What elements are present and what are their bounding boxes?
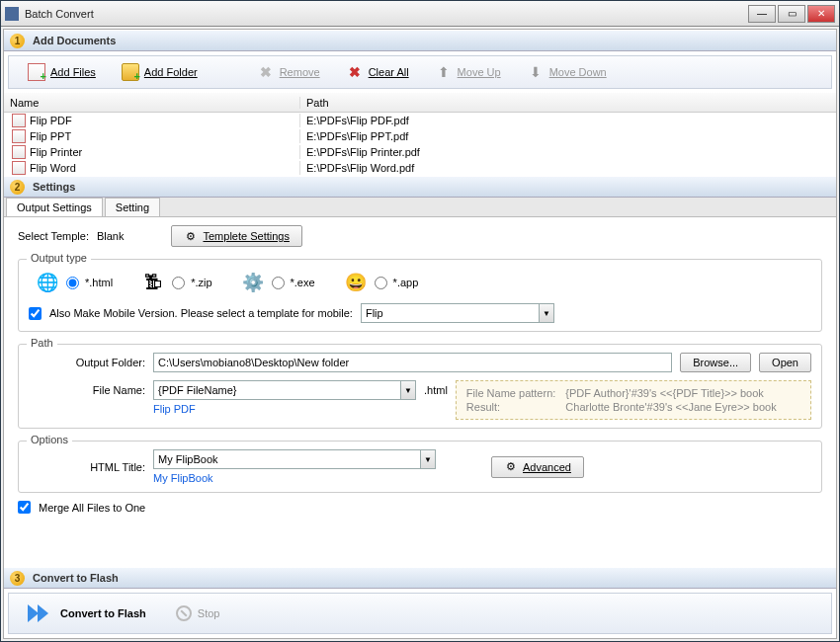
chevron-down-icon[interactable]: ▼ <box>400 380 416 400</box>
options-legend: Options <box>27 434 72 445</box>
select-temple-value: Blank <box>97 230 125 242</box>
tab-output-settings[interactable]: Output Settings <box>6 198 103 216</box>
table-row[interactable]: Flip PDFE:\PDFs\Flip PDF.pdf <box>4 113 836 128</box>
file-name-label: File Name: <box>29 384 145 396</box>
path-legend: Path <box>27 337 57 349</box>
pattern-label: File Name pattern: <box>466 387 555 399</box>
arrow-up-icon: ⬆ <box>435 63 453 81</box>
file-table-header: Name Path <box>4 93 836 113</box>
chevron-down-icon[interactable]: ▼ <box>420 449 436 469</box>
section-convert-title: Convert to Flash <box>33 572 119 584</box>
file-name: Flip Word <box>30 162 76 174</box>
file-path: E:\PDFs\Flip Printer.pdf <box>300 146 836 158</box>
step-badge-2: 2 <box>10 180 25 195</box>
section-add-documents-title: Add Documents <box>33 35 116 46</box>
section-settings-header: 2 Settings <box>4 176 836 198</box>
step-badge-1: 1 <box>10 34 25 48</box>
file-name: Flip PDF <box>30 115 72 126</box>
file-path: E:\PDFs\Flip PPT.pdf <box>300 130 836 142</box>
settings-tabs: Output Settings Setting <box>4 198 836 217</box>
browse-button[interactable]: Browse... <box>680 353 751 372</box>
output-zip-label: *.zip <box>191 277 211 288</box>
output-type-options: 🌐 *.html 🗜 *.zip ⚙️ *.exe <box>29 268 811 297</box>
templete-settings-button[interactable]: ⚙ Templete Settings <box>171 225 301 247</box>
file-icon <box>12 114 26 127</box>
file-name-hint: Flip PDF <box>153 403 196 415</box>
section-settings-title: Settings <box>33 181 75 193</box>
tab-setting[interactable]: Setting <box>105 198 160 216</box>
merge-all-label: Merge All Files to One <box>39 502 145 514</box>
file-name-input[interactable] <box>153 380 400 400</box>
window-controls: — ▭ ✕ <box>748 5 835 23</box>
exe-icon: ⚙️ <box>240 270 266 295</box>
output-exe-radio[interactable] <box>272 277 285 289</box>
html-title-input[interactable] <box>153 449 420 469</box>
stop-button[interactable]: Stop <box>176 605 220 621</box>
table-row[interactable]: Flip PPTE:\PDFs\Flip PPT.pdf <box>4 128 836 144</box>
documents-toolbar: Add Files Add Folder ✖ Remove ✖ Clear Al… <box>8 55 832 89</box>
output-folder-input[interactable] <box>153 353 672 372</box>
file-name: Flip PPT <box>30 130 71 142</box>
convert-to-flash-button[interactable]: Convert to Flash <box>27 601 146 626</box>
convert-to-flash-label: Convert to Flash <box>60 607 146 619</box>
clear-all-button[interactable]: ✖ Clear All <box>335 59 420 85</box>
gear-icon: ⚙ <box>184 229 198 243</box>
gear-icon: ⚙ <box>504 460 518 474</box>
output-exe-label: *.exe <box>291 277 315 288</box>
open-button[interactable]: Open <box>759 353 811 372</box>
move-up-button[interactable]: ⬆ Move Up <box>424 59 512 85</box>
pattern-value: {PDF Author}'#39's <<{PDF Title}>> book <box>565 387 800 399</box>
result-label: Result: <box>466 401 555 413</box>
move-down-button[interactable]: ⬇ Move Down <box>516 59 618 85</box>
remove-label: Remove <box>280 66 320 78</box>
add-folder-label: Add Folder <box>144 66 198 78</box>
add-files-button[interactable]: Add Files <box>17 59 107 85</box>
output-app-radio[interactable] <box>375 277 387 289</box>
file-icon <box>12 145 26 159</box>
add-folder-icon <box>122 63 139 81</box>
file-path: E:\PDFs\Flip PDF.pdf <box>300 115 836 126</box>
file-list[interactable]: Flip PDFE:\PDFs\Flip PDF.pdfFlip PPTE:\P… <box>4 113 836 176</box>
output-zip-radio[interactable] <box>172 277 185 289</box>
add-file-icon <box>28 63 45 81</box>
remove-icon: ✖ <box>257 63 275 81</box>
remove-button[interactable]: ✖ Remove <box>246 59 331 85</box>
play-icon <box>27 601 52 626</box>
window-title: Batch Convert <box>25 8 748 20</box>
convert-toolbar: Convert to Flash Stop <box>8 593 832 634</box>
maximize-button[interactable]: ▭ <box>778 5 805 23</box>
chevron-down-icon[interactable]: ▼ <box>539 303 554 323</box>
table-row[interactable]: Flip PrinterE:\PDFs\Flip Printer.pdf <box>4 144 836 160</box>
mac-icon: 😀 <box>343 270 369 295</box>
step-badge-3: 3 <box>10 571 25 586</box>
merge-all-checkbox[interactable] <box>18 501 31 514</box>
output-html-radio[interactable] <box>66 277 79 289</box>
mobile-version-label: Also Make Mobile Version. Please select … <box>49 307 353 319</box>
output-type-fieldset: Output type 🌐 *.html 🗜 *.zip ⚙️ <box>18 259 822 332</box>
globe-icon: 🌐 <box>35 270 60 295</box>
table-row[interactable]: Flip WordE:\PDFs\Flip Word.pdf <box>4 160 836 176</box>
clear-all-label: Clear All <box>369 66 409 78</box>
file-icon <box>12 129 26 143</box>
html-title-hint: My FlipBook <box>153 472 436 484</box>
options-fieldset: Options HTML Title: ▼ My FlipBook ⚙ Adva… <box>18 441 822 493</box>
minimize-button[interactable]: — <box>748 5 776 23</box>
close-button[interactable]: ✕ <box>807 5 835 23</box>
client-area: 1 Add Documents Add Files Add Folder ✖ R… <box>3 29 837 639</box>
zip-icon: 🗜 <box>140 270 166 295</box>
app-icon <box>5 7 19 21</box>
column-path[interactable]: Path <box>300 97 836 109</box>
settings-panel: Select Temple: Blank ⚙ Templete Settings… <box>4 217 836 567</box>
result-value: Charlotte Bronte'#39's <<Jane Eyre>> boo… <box>565 401 800 413</box>
titlebar: Batch Convert — ▭ ✕ <box>1 1 839 27</box>
advanced-label: Advanced <box>523 461 571 473</box>
stop-label: Stop <box>198 607 220 619</box>
file-name: Flip Printer <box>30 146 82 158</box>
output-type-legend: Output type <box>27 252 91 264</box>
path-fieldset: Path Output Folder: Browse... Open File … <box>18 344 822 429</box>
mobile-template-select[interactable] <box>361 303 539 323</box>
add-folder-button[interactable]: Add Folder <box>111 59 209 85</box>
column-name[interactable]: Name <box>4 97 300 109</box>
mobile-version-checkbox[interactable] <box>29 307 42 320</box>
advanced-button[interactable]: ⚙ Advanced <box>491 456 584 478</box>
